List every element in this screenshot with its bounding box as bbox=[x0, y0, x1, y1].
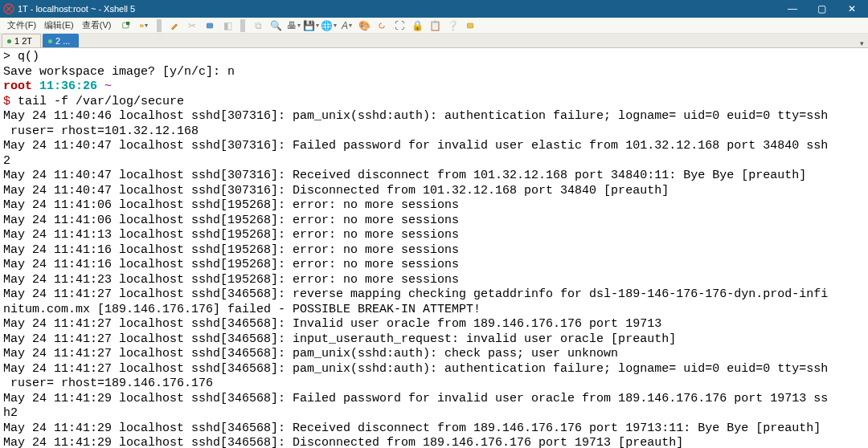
prompt-path: ~ bbox=[104, 79, 112, 93]
scissors-icon[interactable]: ✂ bbox=[186, 19, 199, 32]
prompt-symbol: $ bbox=[3, 95, 10, 108]
reconnect-icon[interactable] bbox=[203, 19, 216, 32]
fullscreen-icon[interactable]: ⛶ bbox=[393, 19, 406, 32]
lock-icon[interactable]: 🔒 bbox=[411, 19, 424, 32]
tab-label: 2 ... bbox=[55, 36, 70, 46]
terminal-line: > q() bbox=[3, 50, 39, 63]
transfer-icon[interactable] bbox=[464, 19, 477, 32]
tab-label: 1 2T bbox=[14, 36, 32, 46]
font-icon[interactable]: A bbox=[340, 19, 353, 32]
prompt-time: 11:36:26 bbox=[39, 79, 97, 93]
copy-icon[interactable]: ⧉ bbox=[252, 19, 264, 32]
minimize-button[interactable]: — bbox=[778, 0, 807, 18]
tab-menu-caret-icon[interactable]: ▾ bbox=[855, 39, 868, 47]
tab-2[interactable]: 2 ... bbox=[43, 34, 79, 47]
status-dot-icon bbox=[7, 39, 11, 43]
window-title: 1T - localhost:root ~ - Xshell 5 bbox=[18, 4, 778, 14]
help-icon[interactable]: ❔ bbox=[446, 19, 459, 32]
status-dot-icon bbox=[48, 39, 52, 43]
log-output: May 24 11:40:46 localhost sshd[307316]: … bbox=[3, 109, 828, 448]
terminal-line: Save workspace image? [y/n/c]: n bbox=[3, 65, 235, 79]
close-button[interactable]: ✕ bbox=[836, 0, 868, 18]
menubar: 文件(F) 编辑(E) 查看(V) ✂ ◧ ⧉ 🔍 🖶 💾 🌐 A 🎨 ⛶ 🔒 … bbox=[0, 18, 868, 34]
maximize-button[interactable]: ▢ bbox=[807, 0, 836, 18]
save-icon[interactable]: 💾 bbox=[305, 19, 317, 32]
brush-icon[interactable] bbox=[168, 19, 181, 32]
tab-1[interactable]: 1 2T bbox=[2, 34, 41, 47]
app-icon bbox=[3, 3, 14, 14]
menu-view[interactable]: 查看(V) bbox=[80, 19, 114, 31]
calendar-icon[interactable]: 📋 bbox=[428, 19, 441, 32]
command-text: tail -f /var/log/secure bbox=[10, 95, 184, 108]
new-session-icon[interactable] bbox=[120, 19, 133, 32]
svg-rect-2 bbox=[126, 22, 129, 25]
menu-edit[interactable]: 编辑(E) bbox=[42, 19, 76, 31]
folder-icon[interactable] bbox=[137, 19, 150, 32]
refresh-icon[interactable] bbox=[375, 19, 388, 32]
prompt-user: root bbox=[3, 79, 32, 93]
terminal-output[interactable]: > q() Save workspace image? [y/n/c]: n r… bbox=[0, 48, 868, 448]
svg-rect-3 bbox=[207, 23, 213, 28]
print-icon[interactable]: 🖶 bbox=[287, 19, 300, 32]
separator bbox=[157, 19, 162, 32]
separator bbox=[240, 19, 245, 32]
properties-icon[interactable]: ◧ bbox=[221, 19, 234, 32]
svg-rect-4 bbox=[468, 23, 473, 28]
globe-icon[interactable]: 🌐 bbox=[322, 19, 335, 32]
menu-file[interactable]: 文件(F) bbox=[5, 19, 39, 31]
search-icon[interactable]: 🔍 bbox=[269, 19, 282, 32]
color-icon[interactable]: 🎨 bbox=[358, 19, 371, 32]
tab-bar: 1 2T 2 ... ▾ bbox=[0, 34, 868, 48]
